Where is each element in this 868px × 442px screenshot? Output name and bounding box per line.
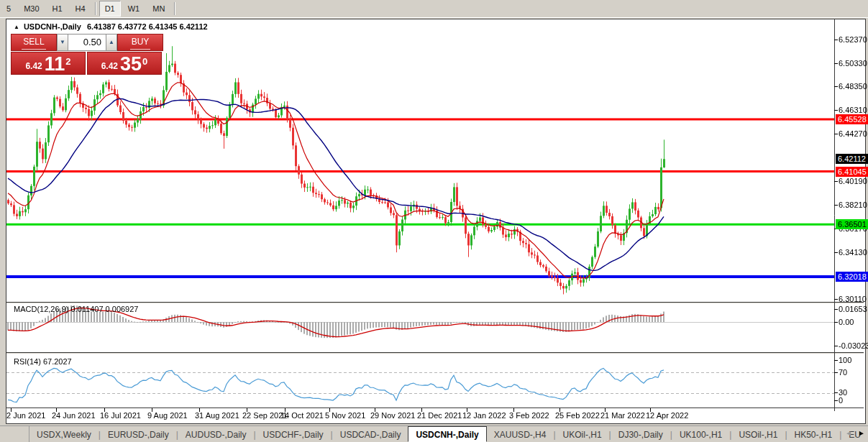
date-axis-label: 3 Feb 2022 xyxy=(509,411,549,420)
timeframe-button-w1[interactable]: W1 xyxy=(122,1,146,17)
price-axis-label: 6.40190 xyxy=(839,177,867,185)
scroll-tabs-left-icon[interactable]: ◄ xyxy=(845,429,852,437)
chart-tab-usdcnh-daily[interactable]: USDCNH-,Daily xyxy=(408,426,486,442)
date-axis-label: 21 Dec 2021 xyxy=(417,411,462,420)
tab-scroll-arrows: ◄► xyxy=(845,429,865,437)
sell-price-prefix: 6.42 xyxy=(25,60,42,73)
date-axis-label: 14 Oct 2021 xyxy=(280,411,324,420)
chart-ohlc-values: 6.41387 6.43772 6.41345 6.42112 xyxy=(87,22,208,31)
date-axis-label: 5 Nov 2021 xyxy=(325,411,365,420)
date-axis-label: 12 Jan 2022 xyxy=(462,411,506,420)
chart-title: ▲ USDCNH-,Daily 6.41387 6.43772 6.41345 … xyxy=(14,22,208,31)
chart-canvas[interactable] xyxy=(6,19,864,422)
tabbar-left-margin xyxy=(0,426,29,442)
date-axis-label: 25 Feb 2022 xyxy=(555,411,600,420)
date-axis-label: 21 Mar 2022 xyxy=(600,411,645,420)
price-level-badge: 6.36501 xyxy=(836,219,868,229)
chart-tab-usdx-weekly[interactable]: USDX,Weekly xyxy=(29,428,99,441)
price-axis-label: 6.44270 xyxy=(839,129,867,138)
chart-tab-audusd-daily[interactable]: AUDUSD-,Daily xyxy=(178,428,254,441)
timeframe-toolbar: 5M30H1H4D1W1MN xyxy=(0,0,868,18)
price-level-badge: 6.32018 xyxy=(836,272,868,282)
date-axis-label: 29 Nov 2021 xyxy=(370,411,415,420)
sell-price-point: 2 xyxy=(65,51,70,73)
price-level-badge: 6.42112 xyxy=(836,154,868,164)
timeframe-button-mn[interactable]: MN xyxy=(147,1,170,17)
date-axis-label: 24 Jun 2021 xyxy=(52,411,96,420)
volume-decrease-button[interactable]: ▼ xyxy=(57,34,68,51)
scroll-tabs-right-icon[interactable]: ► xyxy=(858,429,865,437)
timeframe-button-d1[interactable]: D1 xyxy=(99,1,121,17)
price-axis-label: 6.34130 xyxy=(839,248,867,257)
volume-input[interactable]: 0.50 xyxy=(68,34,106,51)
rsi-axis-label: 0 xyxy=(839,396,843,405)
chart-tab-dj30-daily[interactable]: DJ30-,Daily xyxy=(611,428,670,441)
rsi-axis-label: 70 xyxy=(839,368,847,377)
price-level-badge: 6.41045 xyxy=(836,167,868,177)
date-axis-label: 12 Apr 2022 xyxy=(646,411,688,420)
chart-tab-eurusd-daily[interactable]: EURUSD-,Daily xyxy=(101,428,176,441)
macd-axis-label: 0.00 xyxy=(839,318,854,326)
chart-tab-bar: USDX,Weekly|EURUSD-,Daily|AUDUSD-,Daily|… xyxy=(0,425,868,442)
buy-price-point: 0 xyxy=(142,51,147,73)
toolbar-separator xyxy=(174,2,175,15)
chart-tab-hk50-h1[interactable]: HK50-,H1 xyxy=(787,428,840,441)
chart-symbol-period: USDCNH-,Daily xyxy=(24,22,81,31)
buy-price-button[interactable]: 6.42350 xyxy=(87,52,162,75)
collapse-trade-panel-icon[interactable]: ▲ xyxy=(14,24,19,30)
price-axis-label: 6.30110 xyxy=(839,295,867,303)
buy-button[interactable]: BUY xyxy=(117,34,163,51)
chart-tab-usdchf-daily[interactable]: USDCHF-,Daily xyxy=(256,428,331,441)
buy-price-prefix: 6.42 xyxy=(101,60,118,73)
macd-indicator-label: MACD(12,26,9) 0.011407 0.006927 xyxy=(14,305,138,313)
chart-tab-usdcad-daily[interactable]: USDCAD-,Daily xyxy=(333,428,408,441)
timeframe-button-h4[interactable]: H4 xyxy=(70,1,91,17)
chart-tab-usoil-h1[interactable]: USOil-,H1 xyxy=(731,428,785,441)
macd-axis-label: -0.03023 xyxy=(839,341,868,350)
price-axis-label: 6.52370 xyxy=(839,35,867,44)
price-axis-label: 6.46310 xyxy=(839,106,867,114)
price-axis-label: 6.38210 xyxy=(839,201,867,209)
timeframe-button-m30[interactable]: M30 xyxy=(18,1,45,17)
rsi-axis-label: 100 xyxy=(839,356,851,364)
one-click-trade-panel: SELL ▼ 0.50 ▲ BUY 6.42112 6.42350 xyxy=(11,34,163,75)
date-axis-label: 2 Jun 2021 xyxy=(6,411,45,420)
sell-price-pips: 11 xyxy=(45,55,65,73)
rsi-indicator-label: RSI(14) 67.2027 xyxy=(14,357,72,366)
date-axis-label: 16 Jul 2021 xyxy=(100,411,141,420)
timeframe-button-h1[interactable]: H1 xyxy=(47,1,68,17)
price-axis-label: 6.50330 xyxy=(839,59,867,68)
timeframe-button-5[interactable]: 5 xyxy=(1,1,17,17)
chevron-down-icon: ▼ xyxy=(60,39,65,45)
volume-increase-button[interactable]: ▲ xyxy=(106,34,117,51)
price-level-badge: 6.45528 xyxy=(836,114,868,124)
chart-tab-xauusd-h4[interactable]: XAUUSD-,H4 xyxy=(487,428,554,441)
date-axis-label: 31 Aug 2021 xyxy=(195,411,239,420)
sell-price-button[interactable]: 6.42112 xyxy=(11,52,86,75)
macd-axis-label: 0.01653 xyxy=(839,305,867,313)
price-axis-label: 6.48350 xyxy=(839,82,867,91)
chart-tab-uk100-h1[interactable]: UK100-,H1 xyxy=(672,428,729,441)
buy-price-pips: 35 xyxy=(120,55,142,73)
sell-button[interactable]: SELL xyxy=(11,34,57,51)
chevron-up-icon: ▲ xyxy=(109,39,114,45)
toolbar-separator xyxy=(95,2,96,15)
date-axis-label: 9 Aug 2021 xyxy=(147,411,188,420)
chart-tab-ukoil-h1[interactable]: UKOil-,H1 xyxy=(556,428,609,441)
chart-window: ▲ USDCNH-,Daily 6.41387 6.43772 6.41345 … xyxy=(6,19,866,424)
